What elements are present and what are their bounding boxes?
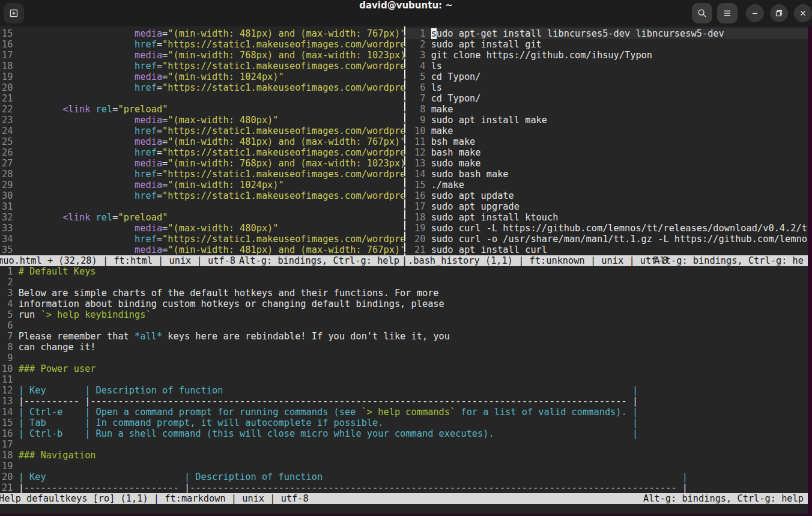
code-line: 19 media="(min-width: 1024px)" — [2, 71, 404, 82]
code-line: 6 ls — [414, 82, 808, 93]
help-defaultkeys-pane[interactable]: 1 # Default Keys 2 3 Below are simple ch… — [2, 266, 808, 493]
titlebar: david@vubuntu: ~ — [0, 0, 812, 26]
code-line: 7 Please remember that *all* keys here a… — [2, 331, 808, 342]
code-line: 21 sudo apt install curl — [414, 244, 808, 255]
code-line: 30 href="https://static1.makeuseofimages… — [2, 190, 404, 201]
code-line: 10 ### Power user — [2, 363, 808, 374]
code-line: 33 media="(max-width: 480px)" — [2, 223, 404, 234]
code-line: 18 href="https://static1.makeuseofimages… — [2, 61, 404, 71]
code-line: 7 cd Typon/ — [414, 93, 808, 104]
pane-divider[interactable] — [404, 26, 405, 255]
code-line: 4 ls — [414, 61, 808, 71]
code-line: 18 ### Navigation — [2, 450, 808, 461]
code-line: 12 bash make — [414, 147, 808, 158]
code-line: 25 media="(min-width: 481px) and (max-wi… — [2, 136, 404, 147]
code-line: 8 can change it! — [2, 342, 808, 353]
code-line: 9 sudo apt install make — [414, 115, 808, 126]
code-line: 1 # Default Keys — [2, 266, 808, 277]
code-line: 19 sudo curl -L https://github.com/lemno… — [414, 223, 808, 234]
menu-icon — [722, 8, 733, 19]
statusbar-html-hint: Alt-g: bindings, Ctrl-g: help — [239, 255, 399, 266]
code-line: 3 git clone https://github.com/ihsuy/Typ… — [414, 50, 808, 61]
code-line: 17 — [2, 439, 808, 450]
minimize-button[interactable] — [746, 4, 764, 22]
code-line: 13 |---------- |------------------------… — [2, 396, 808, 407]
text-cursor: s — [431, 28, 437, 39]
code-line: 16 | Ctrl-b | Run a shell command (this … — [2, 428, 808, 439]
code-line: 2 sudo apt install git — [414, 39, 808, 50]
code-line: 17 media="(min-width: 768px) and (max-wi… — [2, 50, 404, 61]
code-line: 16 href="https://static1.makeuseofimages… — [2, 39, 404, 50]
code-line: 23 media="(max-width: 480px)" — [2, 115, 404, 126]
code-line: 11 bsh make — [414, 136, 808, 147]
code-line: 16 sudo apt update — [414, 190, 808, 201]
code-line: 29 media="(min-width: 1024px)" — [2, 180, 404, 190]
code-line: 35 media="(min-width: 481px) and (max-wi… — [2, 244, 404, 255]
terminal-body: 15 media="(min-width: 481px) and (max-wi… — [0, 26, 812, 516]
code-line: 20 href="https://static1.makeuseofimages… — [2, 82, 404, 93]
statusbar-history-hint: Alt-g: bindings, Ctrl-g: he — [654, 255, 804, 266]
code-line: 5 run `> help keybindings` — [2, 309, 808, 320]
code-line: 22 <link rel="preload" — [2, 104, 404, 115]
minimize-icon — [750, 8, 760, 18]
maximize-button[interactable] — [770, 4, 788, 22]
code-line: 20 sudo curl -o /usr/share/man/man1/tt.1… — [414, 234, 808, 244]
code-line: 24 href="https://static1.makeuseofimages… — [2, 126, 404, 136]
code-line: 17 sudo apt upgrade — [414, 201, 808, 212]
code-line: 6 — [2, 320, 808, 331]
code-line: 32 <link rel="preload" — [2, 212, 404, 223]
statusbar-history-file-info: .bash_history (1,1) | ft:unknown | unix … — [408, 255, 668, 266]
code-line: 34 href="https://static1.makeuseofimages… — [2, 234, 404, 244]
code-line: 13 sudo make — [414, 158, 808, 169]
code-line: 15 media="(min-width: 481px) and (max-wi… — [2, 28, 404, 39]
statusbar-top: muo.html + (32,28) | ft:html | unix | ut… — [0, 255, 808, 266]
code-line: 11 — [2, 374, 808, 385]
statusbar-html-file-info: muo.html + (32,28) | ft:html | unix | ut… — [0, 255, 235, 266]
code-line: 3 Below are simple charts of the default… — [2, 288, 808, 299]
code-line: 5 cd Typon/ — [414, 71, 808, 82]
bash-history-pane[interactable]: 1 sudo apt-get install libncurses5-dev l… — [414, 28, 808, 255]
code-line: 15 | Tab | In command prompt, it will au… — [2, 417, 808, 428]
window-title: david@vubuntu: ~ — [0, 0, 812, 26]
code-line: 10 make — [414, 126, 808, 136]
code-line: 18 sudo apt install ktouch — [414, 212, 808, 223]
code-line: 20 | Key | Description of function | — [2, 472, 808, 482]
statusbar-bottom: Help defaultkeys [ro] (1,1) | ft:markdow… — [0, 493, 808, 504]
code-line: 21 — [2, 93, 404, 104]
statusbar-help-hint: Alt-g: bindings, Ctrl-g: help — [643, 493, 804, 504]
close-button[interactable] — [794, 4, 812, 22]
code-line: 2 — [2, 277, 808, 288]
close-icon — [798, 8, 808, 18]
code-line: 31 — [2, 201, 404, 212]
terminal-content: 15 media="(min-width: 481px) and (max-wi… — [0, 26, 808, 514]
statusbar-help-file-info: Help defaultkeys [ro] (1,1) | ft:markdow… — [0, 493, 309, 504]
code-line: 26 href="https://static1.makeuseofimages… — [2, 147, 404, 158]
code-line: 19 — [2, 461, 808, 472]
code-line: 12 | Key | Description of function | — [2, 385, 808, 396]
code-line: 14 sudo bash make — [414, 169, 808, 180]
search-icon — [697, 8, 707, 19]
statusbar-divider-glyph: | — [402, 255, 407, 266]
code-line: 28 href="https://static1.makeuseofimages… — [2, 169, 404, 180]
html-file-pane[interactable]: 15 media="(min-width: 481px) and (max-wi… — [2, 28, 404, 255]
restore-icon — [774, 8, 784, 18]
code-line: 1 sudo apt-get install libncurses5-dev l… — [414, 28, 808, 39]
terminal-window: david@vubuntu: ~ — [0, 0, 812, 516]
menu-button[interactable] — [717, 3, 738, 23]
code-line: 8 make — [414, 104, 808, 115]
code-line: 14 | Ctrl-e | Open a command prompt for … — [2, 407, 808, 417]
code-line: 15 ./make — [414, 180, 808, 190]
code-line: 4 information about binding custom hotke… — [2, 299, 808, 309]
code-line: 21 |---------------------------- |------… — [2, 482, 808, 493]
search-button[interactable] — [692, 3, 712, 23]
code-line: 27 media="(min-width: 768px) and (max-wi… — [2, 158, 404, 169]
code-line: 9 — [2, 353, 808, 363]
